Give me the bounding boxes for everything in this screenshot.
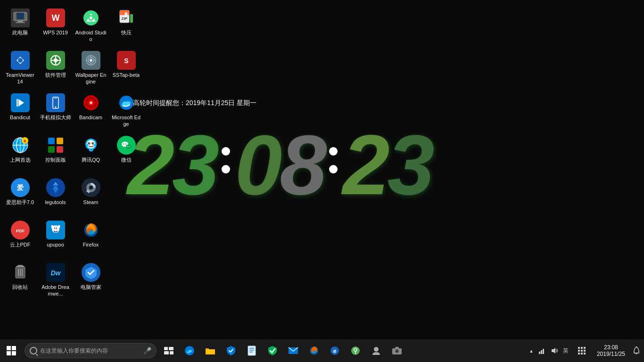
- icon-legutools[interactable]: legutools: [38, 174, 73, 217]
- svg-text:S: S: [124, 57, 128, 65]
- tray-volume-icon[interactable]: [548, 339, 561, 362]
- icon-pc-manager[interactable]: 电脑管家: [73, 259, 108, 302]
- wallpaper-engine-icon: [82, 51, 100, 70]
- taskbar-shield[interactable]: [221, 339, 241, 362]
- icon-wechat[interactable]: 微信: [108, 132, 144, 174]
- taskbar-people[interactable]: [366, 339, 387, 362]
- taskbar-shield-icon: [225, 345, 237, 356]
- search-bar[interactable]: 在这里输入你要搜索的内容 🎤: [25, 343, 157, 358]
- bandicut-label: Bandicut: [10, 114, 30, 121]
- icon-recycle[interactable]: 回收站: [2, 259, 38, 302]
- wps-label: WPS 2019: [43, 29, 68, 36]
- task-view-button[interactable]: [158, 339, 179, 362]
- svg-rect-101: [248, 346, 256, 355]
- icon-teamviewer[interactable]: TeamViewer 14: [2, 47, 38, 90]
- svg-rect-118: [539, 352, 540, 354]
- icon-ms-edge[interactable]: Microsoft Edge: [108, 90, 144, 132]
- search-icon: [30, 347, 37, 354]
- svg-point-53: [90, 16, 92, 19]
- adobe-dw-icon: Dw: [46, 263, 65, 282]
- clock-colon-1: [217, 147, 235, 173]
- icon-android-studio[interactable]: Android Studio: [73, 5, 108, 47]
- svg-rect-102: [249, 348, 254, 349]
- clock-digit-3: 0: [235, 123, 280, 207]
- taskbar-folder[interactable]: [200, 339, 221, 362]
- icon-bandicam[interactable]: Bandicam: [73, 90, 108, 132]
- language-button[interactable]: 英: [561, 339, 570, 362]
- icon-kuaizip[interactable]: ZIP 快压: [108, 5, 144, 47]
- icon-yunpdf[interactable]: PDF 云上PDF: [2, 217, 38, 259]
- svg-rect-95: [164, 347, 168, 350]
- icon-software-manager[interactable]: 软件管理: [38, 47, 73, 90]
- input-method-grid[interactable]: [570, 339, 593, 362]
- svg-point-66: [90, 102, 92, 104]
- taskbar-firefox-icon: [308, 345, 320, 356]
- internet-top-icon: e: [11, 136, 30, 155]
- taskbar-maps-icon: [350, 345, 361, 356]
- icon-steam[interactable]: Steam: [73, 174, 108, 217]
- taskbar-maps[interactable]: [345, 339, 366, 362]
- android-studio-icon: [82, 8, 100, 27]
- icon-upupoo[interactable]: upupoo: [38, 217, 73, 259]
- microphone-icon[interactable]: 🎤: [143, 347, 151, 354]
- svg-rect-103: [249, 350, 254, 351]
- icon-sstap[interactable]: S SSTap-beta: [108, 47, 144, 90]
- teamviewer-label: TeamViewer 14: [4, 72, 36, 85]
- icon-tencent-qq[interactable]: 腾讯QQ: [73, 132, 108, 174]
- svg-point-57: [90, 59, 92, 62]
- icon-this-pc[interactable]: 此电脑: [2, 5, 38, 47]
- svg-point-116: [396, 350, 398, 353]
- notification-text: 冷高轮时间提醒您：2019年11月25日 星期一: [126, 99, 256, 107]
- clock-display: 2 3 0 8 2 3: [118, 123, 644, 207]
- yunpdf-icon: PDF: [11, 221, 30, 239]
- svg-rect-127: [584, 350, 586, 352]
- taskbar-antivirus[interactable]: [262, 339, 283, 362]
- icon-aisi[interactable]: 爱 爱思助手7.0: [2, 174, 38, 217]
- svg-rect-38: [48, 138, 55, 144]
- svg-point-5: [18, 58, 23, 63]
- svg-rect-40: [48, 146, 55, 153]
- tray-network-icon[interactable]: [535, 339, 548, 362]
- phone-emulator-label: 手机模拟大师: [40, 114, 71, 121]
- start-button[interactable]: [0, 339, 23, 362]
- taskbar-files[interactable]: [241, 339, 262, 362]
- firefox-label: Firefox: [83, 241, 99, 248]
- control-panel-label: 控制面板: [45, 156, 66, 163]
- icon-wps[interactable]: W WPS 2019: [38, 5, 73, 47]
- recycle-icon: [11, 263, 30, 282]
- tray-expand-button[interactable]: ▲: [528, 339, 535, 362]
- taskbar-mail-icon: [288, 345, 299, 356]
- svg-point-77: [89, 186, 93, 189]
- clock-date: 2019/11/25: [597, 351, 625, 357]
- svg-rect-129: [581, 353, 583, 354]
- taskbar-firefox[interactable]: [304, 339, 324, 362]
- taskbar-mail[interactable]: [283, 339, 304, 362]
- svg-rect-126: [581, 350, 583, 352]
- svg-point-29: [54, 58, 58, 62]
- win-logo-tl: [7, 346, 11, 350]
- taskbar-edge[interactable]: [179, 339, 200, 362]
- icon-internet-top[interactable]: e 上网首选: [2, 132, 38, 174]
- taskbar-camera-icon: [391, 345, 403, 356]
- svg-rect-98: [170, 351, 173, 354]
- svg-rect-100: [206, 349, 215, 354]
- taskbar-ie[interactable]: e: [324, 339, 345, 362]
- icon-wallpaper-engine[interactable]: Wallpaper Engine: [73, 47, 108, 90]
- tray-clock[interactable]: 23:08 2019/11/25: [593, 339, 629, 362]
- clock-digit-5: 2: [342, 123, 387, 207]
- svg-point-91: [125, 143, 126, 144]
- icon-adobe-dw[interactable]: Dw Adobe Dreamwe...: [38, 259, 73, 302]
- svg-rect-39: [57, 138, 63, 144]
- bandicam-icon: [82, 93, 100, 112]
- icon-firefox[interactable]: Firefox: [73, 217, 108, 259]
- notification-button[interactable]: [629, 339, 644, 362]
- control-panel-icon: [46, 136, 65, 155]
- icon-phone-emulator[interactable]: 手机模拟大师: [38, 90, 73, 132]
- svg-rect-34: [48, 95, 63, 110]
- svg-rect-82: [120, 10, 129, 15]
- taskbar-camera[interactable]: [387, 339, 407, 362]
- icon-bandicut[interactable]: Bandicut: [2, 90, 38, 132]
- svg-rect-97: [164, 351, 169, 354]
- icon-control-panel[interactable]: 控制面板: [38, 132, 73, 174]
- svg-point-90: [123, 143, 124, 144]
